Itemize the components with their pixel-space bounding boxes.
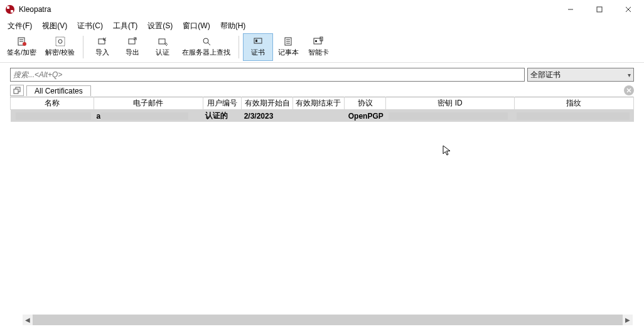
svg-line-17 [208, 43, 210, 45]
scroll-right-arrow[interactable]: ▶ [623, 315, 633, 325]
certificates-label: 证书 [251, 48, 265, 57]
notepad-label: 记事本 [278, 48, 299, 57]
column-header[interactable]: 电子邮件 [94, 97, 203, 110]
minimize-button[interactable] [556, 0, 585, 19]
smartcards-tab-button[interactable]: 智能卡 [303, 33, 333, 61]
certify-button[interactable]: 认证 [148, 33, 178, 61]
menu-window[interactable]: 窗口(W) [178, 19, 215, 33]
table-cell: a [94, 110, 203, 122]
table-cell [386, 110, 515, 122]
lookup-label: 在服务器上查找 [182, 48, 230, 57]
table-cell: OpenPGP [344, 110, 385, 122]
toolbar-separator [239, 36, 239, 58]
smartcard-icon [313, 36, 323, 46]
window-controls [556, 0, 643, 19]
decrypt-verify-icon [55, 36, 65, 46]
export-button[interactable]: 导出 [117, 33, 148, 61]
new-tab-button[interactable] [10, 85, 24, 96]
chevron-down-icon: ▾ [628, 72, 631, 78]
svg-rect-2 [11, 10, 13, 13]
menu-tools[interactable]: 工具(T) [108, 19, 142, 33]
tab-close-button[interactable] [624, 85, 634, 95]
import-button[interactable]: 导入 [87, 33, 117, 61]
close-button[interactable] [614, 0, 643, 19]
filter-select[interactable]: 全部证书 ▾ [527, 68, 634, 82]
menu-help[interactable]: 帮助(H) [215, 19, 251, 33]
sign-encrypt-icon [17, 36, 27, 46]
filter-select-label: 全部证书 [530, 70, 561, 80]
maximize-button[interactable] [585, 0, 614, 19]
table-row[interactable]: a认证的2/3/2023OpenPGP [11, 110, 634, 122]
certificate-table: 名称电子邮件用户编号有效期开始自有效期结束于协议密钥 ID指纹 a认证的2/3/… [10, 97, 634, 122]
smartcards-label: 智能卡 [308, 48, 329, 57]
certificate-table-wrap: 名称电子邮件用户编号有效期开始自有效期结束于协议密钥 ID指纹 a认证的2/3/… [0, 97, 644, 122]
menu-file[interactable]: 文件(F) [3, 19, 37, 33]
sign-encrypt-label: 签名/加密 [7, 48, 36, 57]
filter-row: 全部证书 ▾ [0, 63, 644, 84]
svg-point-10 [23, 42, 26, 46]
lookup-on-server-button[interactable]: 在服务器上查找 [178, 33, 235, 61]
table-cell [514, 110, 633, 122]
notepad-tab-button[interactable]: 记事本 [273, 33, 303, 61]
search-icon [201, 36, 212, 46]
column-header[interactable]: 名称 [11, 97, 94, 110]
horizontal-scrollbar[interactable]: ◀ ▶ [23, 315, 633, 325]
svg-rect-15 [159, 39, 165, 44]
tab-all-certificates[interactable]: All Certificates [26, 85, 91, 96]
column-header[interactable]: 指纹 [514, 97, 633, 110]
certificates-icon [253, 36, 263, 46]
svg-rect-25 [315, 40, 317, 42]
svg-rect-28 [14, 89, 18, 94]
menu-settings[interactable]: 设置(S) [142, 19, 178, 33]
toolbar: 签名/加密 解密/校验 导入 导出 认证 在服务器上查找 证书 [0, 33, 644, 63]
mouse-cursor [443, 145, 454, 156]
export-icon [127, 36, 137, 46]
import-icon [97, 36, 107, 46]
svg-rect-11 [56, 37, 65, 46]
certify-icon [158, 36, 168, 46]
scroll-left-arrow[interactable]: ◀ [23, 315, 33, 325]
app-icon [5, 4, 15, 14]
tab-row: All Certificates [0, 84, 644, 97]
svg-point-12 [58, 40, 62, 43]
column-header[interactable]: 有效期开始自 [242, 97, 293, 110]
certify-label: 认证 [156, 48, 169, 57]
import-label: 导入 [95, 48, 109, 57]
svg-rect-1 [7, 6, 9, 9]
menubar: 文件(F) 视图(V) 证书(C) 工具(T) 设置(S) 窗口(W) 帮助(H… [0, 19, 644, 33]
column-header[interactable]: 用户编号 [203, 97, 241, 110]
titlebar: Kleopatra [0, 0, 644, 19]
table-cell: 2/3/2023 [242, 110, 293, 122]
decrypt-verify-label: 解密/校验 [45, 48, 75, 57]
scroll-thumb[interactable] [33, 315, 622, 325]
menu-cert[interactable]: 证书(C) [72, 19, 108, 33]
window-title: Kleopatra [19, 5, 556, 14]
menu-view[interactable]: 视图(V) [37, 19, 72, 33]
search-input[interactable] [10, 68, 525, 82]
table-cell [292, 110, 344, 122]
toolbar-separator [83, 36, 83, 58]
table-cell [11, 110, 94, 122]
export-label: 导出 [126, 48, 139, 57]
certificates-tab-button[interactable]: 证书 [243, 33, 273, 61]
svg-point-16 [203, 38, 208, 43]
sign-encrypt-button[interactable]: 签名/加密 [3, 33, 41, 61]
notepad-icon [283, 36, 293, 46]
decrypt-verify-button[interactable]: 解密/校验 [41, 33, 79, 61]
svg-rect-4 [597, 7, 602, 12]
column-header[interactable]: 有效期结束于 [292, 97, 344, 110]
svg-rect-18 [254, 38, 262, 43]
column-header[interactable]: 密钥 ID [386, 97, 515, 110]
column-header[interactable]: 协议 [344, 97, 385, 110]
table-cell: 认证的 [203, 110, 241, 122]
svg-rect-19 [255, 40, 257, 42]
